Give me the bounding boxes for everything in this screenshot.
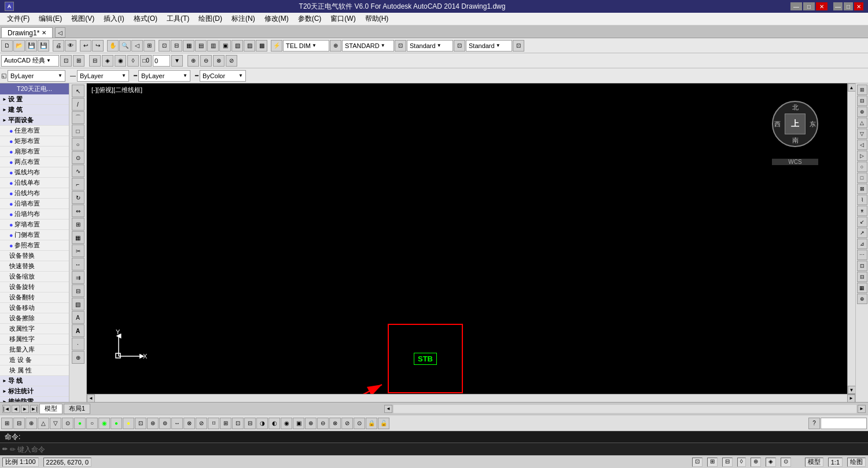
- bt-btn19[interactable]: ⊞: [220, 418, 231, 429]
- lt-array-btn[interactable]: ⊟: [72, 284, 84, 297]
- left-item-block-attr[interactable]: 块 属 性: [0, 365, 69, 376]
- inner-max-button[interactable]: □: [844, 2, 853, 10]
- left-item-equip-rotate[interactable]: 设备旋转: [0, 282, 69, 292]
- menu-view[interactable]: 视图(V): [67, 13, 99, 25]
- tb-btn11[interactable]: ⊡: [395, 40, 406, 52]
- tb2-btn7[interactable]: □0: [140, 55, 152, 67]
- left-item-fast-replace[interactable]: 快速替换: [0, 261, 69, 272]
- tb-btn2[interactable]: ⊟: [171, 40, 182, 52]
- bt-btn9[interactable]: ◉: [98, 418, 110, 429]
- tb-btn13[interactable]: ⊡: [513, 40, 524, 52]
- bt-btn10[interactable]: ●: [111, 418, 122, 429]
- btab-nav-end[interactable]: ►|: [30, 405, 38, 413]
- layout1-tab[interactable]: 布局1: [64, 404, 90, 414]
- tb2-btn4[interactable]: ◈: [102, 55, 113, 67]
- left-item-along-single[interactable]: ●沿线单布: [0, 178, 69, 188]
- lt-trim-btn[interactable]: ✂: [72, 244, 84, 257]
- undo-button[interactable]: ↩: [80, 40, 91, 52]
- btab-nav-next[interactable]: ►: [21, 405, 29, 413]
- left-item-equip-erase[interactable]: 设备擦除: [0, 313, 69, 324]
- workspace-dropdown[interactable]: AutoCAD 经典 ▼: [1, 55, 59, 67]
- model-tab[interactable]: 模型: [39, 404, 62, 414]
- left-item-wall-even[interactable]: ●沿墙均布: [0, 209, 69, 220]
- bt-btn14[interactable]: ⊚: [159, 418, 171, 429]
- rt-btn4[interactable]: △: [857, 118, 867, 128]
- left-item-rect-layout[interactable]: ●矩形布置: [0, 136, 69, 147]
- standard-dropdown[interactable]: STANDARD ▼: [342, 40, 394, 52]
- tb-btn8[interactable]: ▨: [244, 40, 255, 52]
- bt-btn24[interactable]: ◉: [281, 418, 292, 429]
- left-item-floor-equip[interactable]: ►平面设备: [0, 115, 69, 126]
- save-button[interactable]: 💾: [25, 40, 37, 52]
- bt-btn1[interactable]: ⊞: [1, 418, 13, 429]
- linetype-dropdown[interactable]: ByLayer ▼: [138, 70, 190, 82]
- drawing-tab[interactable]: Drawing1* ✕: [1, 27, 53, 38]
- vscroll-down-button[interactable]: ▼: [848, 386, 856, 394]
- bt-btn7[interactable]: ●: [74, 418, 86, 429]
- lt-arc-btn[interactable]: ⌒: [72, 111, 84, 124]
- vscroll-up-button[interactable]: ▲: [848, 83, 856, 92]
- tab-close-icon[interactable]: ✕: [42, 30, 46, 36]
- tb-btn12[interactable]: ⊡: [454, 40, 465, 52]
- lineweight-dropdown[interactable]: ByColor ▼: [200, 70, 246, 82]
- lt-pline-btn[interactable]: ⌐: [72, 178, 84, 191]
- left-item-fan-layout[interactable]: ●扇形布置: [0, 147, 69, 157]
- bt-btn17[interactable]: ⊘: [196, 418, 207, 429]
- lt-block-btn[interactable]: ▦: [72, 231, 84, 244]
- btab-nav-prev[interactable]: ◄: [12, 405, 20, 413]
- maximize-button[interactable]: □: [803, 2, 815, 10]
- left-item-settings[interactable]: ►设 置: [0, 94, 69, 105]
- menu-window[interactable]: 窗口(W): [326, 13, 360, 25]
- rt-btn10[interactable]: ⊠: [857, 184, 867, 194]
- tel-dim-dropdown[interactable]: TEL DIM ▼: [283, 40, 329, 52]
- bt-btn12[interactable]: ⊡: [135, 418, 146, 429]
- left-item-random-layout[interactable]: ●任意布置: [0, 126, 69, 136]
- left-item-grounding[interactable]: ►接地防雷: [0, 397, 69, 402]
- menu-format[interactable]: 格式(O): [129, 13, 162, 25]
- tb2-btn6[interactable]: ◊: [127, 55, 139, 67]
- rt-btn8[interactable]: ○: [857, 162, 867, 172]
- rt-btn20[interactable]: ⊕: [857, 294, 867, 304]
- lt-cursor-btn[interactable]: ↖: [72, 85, 84, 97]
- lt-rect-btn[interactable]: □: [72, 125, 84, 137]
- rt-btn11[interactable]: ⌇: [857, 195, 867, 205]
- bt-btn26[interactable]: ⊕: [305, 418, 317, 429]
- saveas-button[interactable]: 💾: [38, 40, 49, 52]
- menu-file[interactable]: 文件(F): [2, 13, 34, 25]
- lightning-icon[interactable]: ⚡: [271, 40, 282, 52]
- rt-btn5[interactable]: ▽: [857, 129, 867, 139]
- left-item-equip-replace[interactable]: 设备替换: [0, 251, 69, 261]
- canvas-area[interactable]: [-][俯视][二维线框] 北 南 东 西 上 WCS STB: [87, 83, 847, 394]
- left-item-twopoint-layout[interactable]: ●两点布置: [0, 157, 69, 167]
- bt-btn15[interactable]: ↔: [171, 418, 183, 429]
- lt-mirror-btn[interactable]: ⇔: [72, 204, 84, 217]
- tb2-btn12[interactable]: ⊘: [226, 55, 237, 67]
- lt-mtext-btn[interactable]: A: [72, 324, 84, 337]
- lt-extend-btn[interactable]: ↔: [72, 258, 84, 270]
- bt-btn5[interactable]: ▽: [50, 418, 61, 429]
- left-item-batch-lib[interactable]: 批量入库: [0, 345, 69, 355]
- bt-btn29[interactable]: ⊘: [341, 418, 353, 429]
- bt-btn21[interactable]: ⊟: [244, 418, 256, 429]
- zoom-prev[interactable]: ◁: [131, 40, 143, 52]
- left-item-equip-flip[interactable]: 设备翻转: [0, 292, 69, 303]
- rt-btn17[interactable]: ⊡: [857, 261, 867, 271]
- bt-btn13[interactable]: ⊛: [147, 418, 159, 429]
- zoom-button[interactable]: 🔍: [119, 40, 131, 52]
- tb2-btn8[interactable]: ▼: [171, 55, 183, 67]
- bt-btn28[interactable]: ⊗: [329, 418, 341, 429]
- left-item-through-wall[interactable]: ●穿墙布置: [0, 220, 69, 230]
- bt-btn31[interactable]: 🔒: [366, 418, 377, 429]
- lt-line-btn[interactable]: /: [72, 98, 84, 111]
- close-button[interactable]: ✕: [816, 2, 827, 10]
- left-item-architecture[interactable]: ►建 筑: [0, 105, 69, 115]
- tb-btn3[interactable]: ▦: [183, 40, 194, 52]
- bt-btn2[interactable]: ⊟: [13, 418, 25, 429]
- rt-btn6[interactable]: ◁: [857, 140, 867, 150]
- plot-button[interactable]: 🖨: [53, 40, 64, 52]
- tb-btn1[interactable]: ⊡: [159, 40, 170, 52]
- left-item-annotation[interactable]: ►标注统计: [0, 386, 69, 397]
- tb-btn4[interactable]: ▤: [195, 40, 207, 52]
- menu-edit[interactable]: 编辑(E): [34, 13, 67, 25]
- rt-btn15[interactable]: ⊿: [857, 239, 867, 249]
